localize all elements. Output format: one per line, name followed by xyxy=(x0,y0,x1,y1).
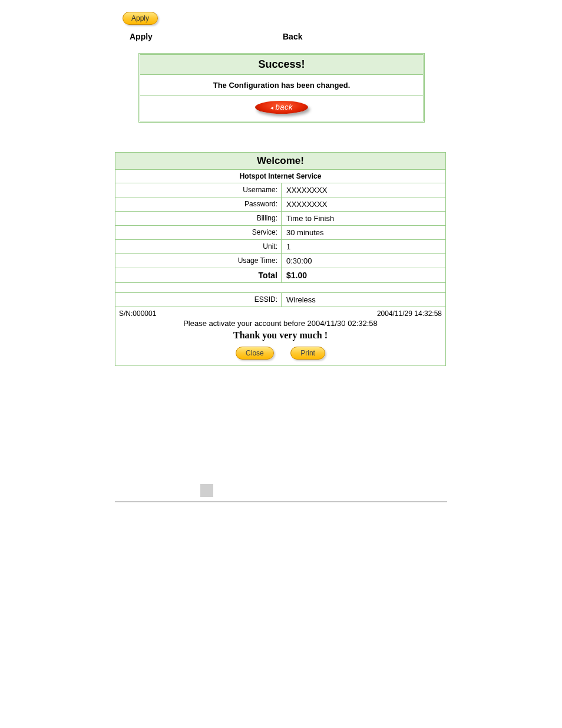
unit-label: Unit: xyxy=(115,240,282,253)
apply-button[interactable]: Apply xyxy=(123,12,158,25)
unit-value: 1 xyxy=(282,240,445,253)
service-value: 30 minutes xyxy=(282,226,445,239)
spacer-row xyxy=(115,283,445,293)
timestamp: 2004/11/29 14:32:58 xyxy=(377,309,442,318)
print-button[interactable]: Print xyxy=(290,347,325,360)
essid-label: ESSID: xyxy=(115,293,282,307)
row-username: Username: XXXXXXXX xyxy=(115,183,445,197)
username-label: Username: xyxy=(115,183,282,197)
billing-label: Billing: xyxy=(115,212,282,225)
back-label: Back xyxy=(283,32,302,41)
row-total: Total $1.00 xyxy=(115,268,445,283)
activate-message: Please activate your account before 2004… xyxy=(115,318,445,329)
header-labels: Apply Back xyxy=(130,32,562,41)
serial-number: S/N:000001 xyxy=(119,309,156,318)
welcome-button-row: Close Print xyxy=(115,344,445,365)
footer-row: S/N:000001 2004/11/29 14:32:58 xyxy=(115,307,445,318)
password-value: XXXXXXXX xyxy=(282,197,445,211)
row-service: Service: 30 minutes xyxy=(115,226,445,240)
divider xyxy=(115,502,447,502)
close-button[interactable]: Close xyxy=(236,347,274,360)
total-value: $1.00 xyxy=(282,268,445,282)
success-panel: Success! The Configuration has been chan… xyxy=(138,53,425,123)
row-essid: ESSID: Wireless xyxy=(115,293,445,307)
essid-value: Wireless xyxy=(282,293,445,307)
row-usage-time: Usage Time: 0:30:00 xyxy=(115,254,445,268)
total-label: Total xyxy=(115,268,282,282)
gray-square-icon xyxy=(200,484,213,497)
usage-time-value: 0:30:00 xyxy=(282,254,445,268)
billing-value: Time to Finish xyxy=(282,212,445,225)
apply-label: Apply xyxy=(130,32,283,41)
welcome-title: Welcome! xyxy=(115,153,445,170)
welcome-panel: Welcome! Hotspot Internet Service Userna… xyxy=(115,152,446,366)
username-value: XXXXXXXX xyxy=(282,183,445,197)
thank-you-message: Thank you very much ! xyxy=(115,329,445,344)
row-unit: Unit: 1 xyxy=(115,240,445,254)
success-title: Success! xyxy=(140,55,423,75)
password-label: Password: xyxy=(115,197,282,211)
back-button[interactable]: back xyxy=(255,101,308,114)
usage-time-label: Usage Time: xyxy=(115,254,282,268)
row-billing: Billing: Time to Finish xyxy=(115,212,445,226)
success-message: The Configuration has been changed. xyxy=(140,75,423,96)
row-password: Password: XXXXXXXX xyxy=(115,197,445,212)
service-label: Service: xyxy=(115,226,282,239)
welcome-subtitle: Hotspot Internet Service xyxy=(115,170,445,183)
